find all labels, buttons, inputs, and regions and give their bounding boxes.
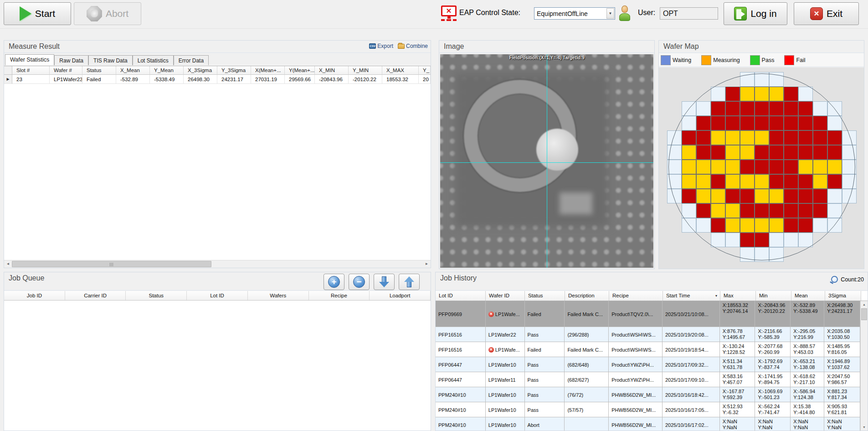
measure-horizontal-scrollbar[interactable]: ◄ ► — [4, 260, 431, 268]
wafer-die-cell[interactable] — [842, 145, 857, 160]
wafer-die-cell[interactable] — [740, 101, 755, 116]
wafer-die-cell[interactable] — [769, 160, 784, 174]
column-header-lot-id[interactable]: Lot ID — [187, 291, 248, 300]
wafer-die-cell[interactable] — [740, 116, 755, 130]
wafer-die-cell[interactable] — [784, 189, 798, 203]
microscope-image[interactable]: FieldPosition:(X=1,Y=-4) TargetId:9 — [440, 54, 653, 268]
wafer-die-cell[interactable] — [711, 101, 725, 116]
wafer-die-cell[interactable] — [682, 203, 696, 218]
job-history-row[interactable]: PPM240#10LP1Wafer10AbortPHWB56D2W_MI...2… — [436, 417, 860, 431]
wafer-die-cell[interactable] — [798, 145, 813, 160]
wafer-die-cell[interactable] — [798, 189, 813, 203]
wafer-die-cell[interactable] — [827, 189, 842, 203]
wafer-die-cell[interactable] — [755, 145, 769, 160]
wafer-die-cell[interactable] — [755, 233, 769, 247]
wafer-die-cell[interactable] — [711, 116, 725, 130]
dropdown-arrow-icon[interactable]: ▼ — [606, 8, 614, 19]
wafer-die-cell[interactable] — [784, 87, 798, 101]
wafer-die-cell[interactable] — [813, 189, 827, 203]
column-header-status[interactable]: Status — [126, 291, 187, 300]
column-header-x-max[interactable]: X_MAX — [382, 66, 419, 75]
wafer-die-cell[interactable] — [827, 101, 842, 116]
export-link[interactable]: CSV Export — [369, 43, 393, 49]
wafer-die-cell[interactable] — [755, 247, 769, 262]
column-header-y-min[interactable]: Y_MIN — [349, 66, 382, 75]
column-header-x-mean[interactable]: X_Mean — [116, 66, 150, 75]
wafer-die-cell[interactable] — [784, 218, 798, 233]
wafer-die-cell[interactable] — [769, 233, 784, 247]
wafer-die-cell[interactable] — [827, 218, 842, 233]
column-header-start-time[interactable]: Start Time▾ — [663, 291, 720, 301]
column-header-y[interactable]: Y_ — [419, 66, 431, 75]
wafer-die-cell[interactable] — [842, 130, 857, 145]
wafer-die-cell[interactable] — [725, 101, 740, 116]
wafer-die-cell[interactable] — [682, 160, 696, 174]
wafer-die-cell[interactable] — [813, 160, 827, 174]
wafer-die-cell[interactable] — [696, 174, 711, 189]
wafer-die-cell[interactable] — [842, 189, 857, 203]
wafer-die-cell[interactable] — [725, 116, 740, 130]
column-header-job-id[interactable]: Job ID — [4, 291, 65, 300]
wafer-die-cell[interactable] — [798, 101, 813, 116]
wafer-die-cell[interactable] — [667, 189, 682, 203]
wafer-die-cell[interactable] — [784, 130, 798, 145]
job-history-row[interactable]: PFP16516✕LP1Wafe...FailedFailed Mark C..… — [436, 342, 860, 357]
column-header-wafer[interactable]: Wafer # — [50, 66, 82, 75]
wafer-die-cell[interactable] — [740, 203, 755, 218]
wafer-die-cell[interactable] — [798, 116, 813, 130]
scrollbar-thumb[interactable] — [861, 308, 867, 320]
wafer-die-cell[interactable] — [769, 174, 784, 189]
wafer-die-cell[interactable] — [740, 130, 755, 145]
wafer-die-cell[interactable] — [682, 189, 696, 203]
wafer-die-cell[interactable] — [667, 130, 682, 145]
wafer-die-cell[interactable] — [784, 203, 798, 218]
move-down-button[interactable] — [374, 274, 395, 290]
wafer-die-cell[interactable] — [769, 72, 784, 87]
column-header-lot-id[interactable]: Lot ID — [436, 291, 486, 301]
wafer-die-cell[interactable] — [682, 218, 696, 233]
job-history-row[interactable]: PPM240#10LP1Wafer10Pass(57/57)PHWB56D2W_… — [436, 402, 860, 417]
user-input[interactable]: OPT — [660, 7, 718, 20]
wafer-die-cell[interactable] — [740, 247, 755, 262]
wafer-die-cell[interactable] — [769, 130, 784, 145]
wafer-die-cell[interactable] — [682, 174, 696, 189]
tab-tis-raw-data[interactable]: TIS Raw Data — [88, 55, 133, 65]
wafer-die-cell[interactable] — [682, 145, 696, 160]
wafer-die-cell[interactable] — [667, 145, 682, 160]
wafer-die-cell[interactable] — [711, 87, 725, 101]
abort-button[interactable]: Abort — [74, 2, 141, 25]
wafer-die-cell[interactable] — [813, 116, 827, 130]
column-header-recipe[interactable]: Recipe — [609, 291, 663, 301]
wafer-die-cell[interactable] — [769, 189, 784, 203]
wafer-die-cell[interactable] — [740, 160, 755, 174]
wafer-die-cell[interactable] — [813, 101, 827, 116]
wafer-die-cell[interactable] — [725, 218, 740, 233]
wafer-die-cell[interactable] — [682, 130, 696, 145]
column-header-y-mean[interactable]: Y(Mean+... — [285, 66, 315, 75]
wafer-die-cell[interactable] — [725, 233, 740, 247]
wafer-die-cell[interactable] — [740, 145, 755, 160]
wafer-die-cell[interactable] — [813, 203, 827, 218]
column-header-recipe[interactable]: Recipe — [309, 291, 370, 300]
wafer-die-cell[interactable] — [784, 174, 798, 189]
wafer-die-cell[interactable] — [755, 130, 769, 145]
job-history-row[interactable]: PFP06447LP1Wafer10Pass(682/648)Product\Y… — [436, 357, 860, 372]
job-history-vertical-scrollbar[interactable]: ▲ ▼ — [860, 301, 868, 431]
job-history-row[interactable]: PFP16516LP1Wafer22Pass(296/288)Product\W… — [436, 327, 860, 342]
wafer-die-cell[interactable] — [769, 145, 784, 160]
column-header-x-mean[interactable]: X(Mean+... — [251, 66, 285, 75]
wafer-die-cell[interactable] — [696, 160, 711, 174]
wafer-die-cell[interactable] — [711, 145, 725, 160]
wafer-die-cell[interactable] — [813, 218, 827, 233]
scroll-up-icon[interactable]: ▲ — [861, 301, 868, 308]
remove-job-button[interactable]: − — [349, 274, 370, 290]
wafer-die-cell[interactable] — [784, 233, 798, 247]
wafer-die-cell[interactable] — [755, 87, 769, 101]
tab-error-data[interactable]: Error Data — [174, 55, 209, 65]
wafer-die-cell[interactable] — [827, 160, 842, 174]
wafer-die-cell[interactable] — [755, 116, 769, 130]
wafer-die-cell[interactable] — [711, 130, 725, 145]
column-header-x-min[interactable]: X_MIN — [315, 66, 349, 75]
wafer-die-cell[interactable] — [784, 101, 798, 116]
wafer-die-cell[interactable] — [667, 174, 682, 189]
